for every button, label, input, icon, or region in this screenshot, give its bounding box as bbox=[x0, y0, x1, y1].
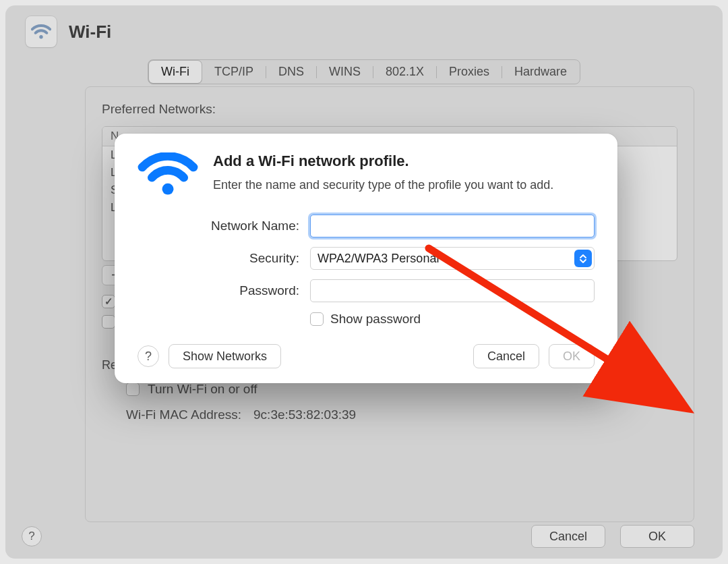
mac-address-label: Wi-Fi MAC Address: bbox=[126, 407, 241, 422]
security-select-wrap: WPA2/WPA3 Personal bbox=[310, 247, 595, 270]
network-name-label: Network Name: bbox=[138, 219, 310, 233]
network-name-input[interactable] bbox=[310, 215, 595, 237]
window-footer-buttons: Cancel OK bbox=[531, 525, 694, 548]
tab-wifi[interactable]: Wi-Fi bbox=[149, 61, 202, 83]
window-ok-button[interactable]: OK bbox=[620, 525, 694, 548]
sheet-help-button[interactable]: ? bbox=[138, 345, 159, 367]
mac-address-value: 9c:3e:53:82:03:39 bbox=[253, 407, 356, 422]
show-password-checkbox[interactable] bbox=[310, 312, 324, 326]
show-networks-button[interactable]: Show Networks bbox=[169, 344, 281, 368]
sheet-title: Add a Wi-Fi network profile. bbox=[213, 152, 553, 170]
turn-wifi-row: Turn Wi-Fi on or off bbox=[126, 382, 677, 397]
page-title: Wi-Fi bbox=[69, 22, 111, 43]
tab-hardware[interactable]: Hardware bbox=[502, 61, 579, 83]
tab-dns[interactable]: DNS bbox=[266, 61, 316, 83]
show-password-row: Show password bbox=[310, 312, 595, 327]
sheet-footer: ? Show Networks Cancel OK bbox=[138, 344, 595, 368]
autojoin-checkbox[interactable] bbox=[102, 295, 115, 308]
mac-address-row: Wi-Fi MAC Address: 9c:3e:53:82:03:39 bbox=[126, 407, 677, 422]
turn-wifi-label: Turn Wi-Fi on or off bbox=[148, 382, 257, 397]
turn-wifi-checkbox[interactable] bbox=[126, 383, 140, 396]
security-label: Security: bbox=[138, 251, 310, 266]
svg-point-1 bbox=[162, 184, 174, 195]
add-network-sheet: Add a Wi-Fi network profile. Enter the n… bbox=[115, 134, 617, 383]
wifi-icon bbox=[138, 152, 198, 197]
tab-wins[interactable]: WINS bbox=[317, 61, 373, 83]
tab-bar: Wi-Fi TCP/IP DNS WINS 802.1X Proxies Har… bbox=[148, 59, 580, 84]
help-button[interactable]: ? bbox=[22, 526, 42, 546]
svg-point-0 bbox=[39, 35, 42, 38]
tab-proxies[interactable]: Proxies bbox=[437, 61, 502, 83]
show-password-label: Show password bbox=[330, 312, 421, 327]
security-select[interactable]: WPA2/WPA3 Personal bbox=[310, 247, 595, 270]
window-cancel-button[interactable]: Cancel bbox=[531, 525, 605, 548]
password-input[interactable] bbox=[310, 279, 595, 302]
sheet-cancel-button[interactable]: Cancel bbox=[473, 344, 539, 368]
wifi-icon-small bbox=[26, 16, 57, 47]
unknown-checkbox[interactable] bbox=[102, 315, 115, 329]
tab-8021x[interactable]: 802.1X bbox=[373, 61, 436, 83]
sheet-subtitle: Enter the name and security type of the … bbox=[213, 177, 553, 193]
password-label: Password: bbox=[138, 283, 310, 298]
preferred-networks-label: Preferred Networks: bbox=[102, 102, 677, 117]
tab-tcpip[interactable]: TCP/IP bbox=[202, 61, 266, 83]
window-header: Wi-Fi bbox=[5, 5, 723, 54]
sheet-form: Network Name: Security: WPA2/WPA3 Person… bbox=[138, 215, 595, 327]
sheet-ok-button[interactable]: OK bbox=[549, 344, 595, 368]
